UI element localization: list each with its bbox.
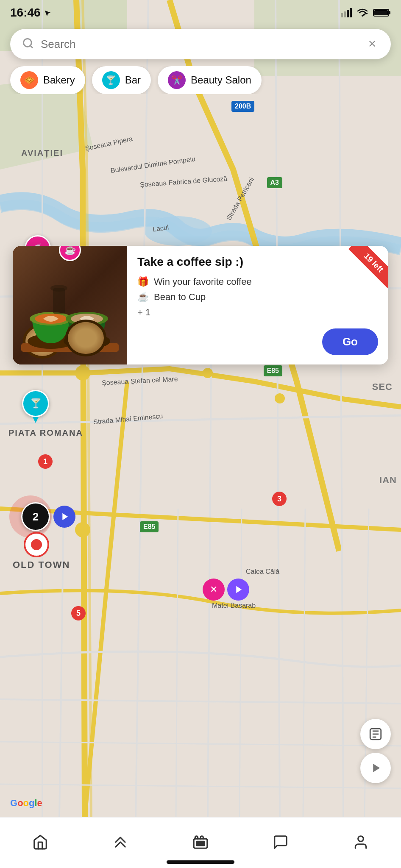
badge-a3: A3 [267, 177, 282, 188]
coffee-latte-visual [13, 246, 127, 364]
badge-e85-top: E85 [264, 365, 282, 376]
place-card-ribbon: 19 left [337, 246, 388, 297]
profile-icon [353, 834, 369, 852]
marker-purple-nav[interactable]: ✕ [203, 579, 249, 601]
route-badge-1: 1 [38, 454, 53, 469]
badge-e85-bot: E85 [140, 521, 159, 532]
chip-bakery[interactable]: 🧇 Bakery [10, 66, 85, 94]
search-bar[interactable] [10, 29, 391, 59]
marker-bar[interactable]: 🍸 [22, 390, 49, 423]
nav-profile[interactable] [344, 830, 377, 856]
svg-point-5 [75, 365, 90, 381]
bar-icon: 🍸 [102, 71, 120, 89]
route-badge-3: 3 [272, 492, 287, 506]
search-icon [22, 37, 34, 51]
chip-beauty-salon[interactable]: ✂️ Beauty Salon [158, 66, 262, 94]
home-icon [32, 834, 48, 852]
place-card: ☕ [13, 246, 388, 364]
card-detail-2-text: Bean to Cup [154, 292, 206, 303]
explore-icon [112, 834, 128, 852]
google-g2: g [29, 798, 34, 808]
nav-chat[interactable] [264, 830, 297, 856]
svg-point-29 [358, 836, 364, 841]
marker-location-2[interactable]: 2 [21, 502, 75, 531]
google-logo: Google [10, 798, 42, 809]
status-time: 16:46 [10, 6, 51, 19]
nav-arrow-blue[interactable] [53, 506, 75, 528]
svg-rect-21 [53, 288, 65, 314]
cup-icon: ☕ [137, 292, 149, 303]
card-plus: + 1 [137, 307, 378, 318]
battery-icon [373, 8, 391, 17]
marker-red-location [24, 532, 49, 557]
place-card-image: ☕ [13, 246, 127, 364]
search-clear-button[interactable] [365, 37, 379, 52]
svg-point-22 [50, 285, 67, 292]
route-badge-5: 5 [71, 606, 86, 620]
chip-bakery-label: Bakery [43, 74, 75, 86]
svg-point-6 [75, 522, 90, 537]
nav-explore[interactable] [104, 830, 137, 856]
location-arrow-icon [43, 9, 51, 17]
chip-beauty-salon-label: Beauty Salon [191, 74, 251, 86]
place-card-content: 19 left Take a coffee sip :) 🎁 Win your … [127, 246, 388, 364]
google-g: G [10, 798, 17, 808]
chip-bar[interactable]: 🍸 Bar [92, 66, 151, 94]
badge-200b: 200B [231, 101, 254, 112]
svg-rect-11 [374, 10, 388, 15]
svg-point-18 [64, 334, 110, 349]
shop-icon [192, 834, 209, 852]
google-o1: o [17, 798, 23, 808]
beauty-salon-icon: ✂️ [168, 71, 186, 89]
status-icons [341, 8, 391, 17]
wifi-icon [356, 8, 369, 17]
status-bar: 16:46 [0, 0, 401, 25]
signal-bars [341, 8, 352, 17]
nav-home[interactable] [24, 830, 57, 856]
search-input[interactable] [41, 38, 365, 51]
float-navigate-button[interactable] [360, 753, 391, 783]
home-indicator [167, 860, 234, 864]
nav-shop[interactable] [184, 830, 217, 856]
svg-rect-28 [196, 841, 204, 846]
chat-icon [273, 834, 289, 852]
float-directions-button[interactable] [360, 719, 391, 749]
svg-point-4 [144, 216, 212, 246]
svg-rect-12 [389, 11, 390, 14]
card-detail-1-text: Win your favorite coffee [154, 276, 252, 287]
map-background [0, 0, 401, 817]
go-button[interactable]: Go [322, 328, 378, 355]
gift-icon: 🎁 [137, 276, 149, 287]
svg-point-8 [275, 393, 285, 403]
svg-point-7 [203, 368, 213, 378]
google-o2: o [23, 798, 29, 808]
google-e: e [37, 798, 42, 808]
svg-point-9 [362, 15, 363, 17]
chip-bar-label: Bar [125, 74, 141, 86]
bakery-icon: 🧇 [20, 71, 38, 89]
category-chips: 🧇 Bakery 🍸 Bar ✂️ Beauty Salon [0, 66, 401, 94]
